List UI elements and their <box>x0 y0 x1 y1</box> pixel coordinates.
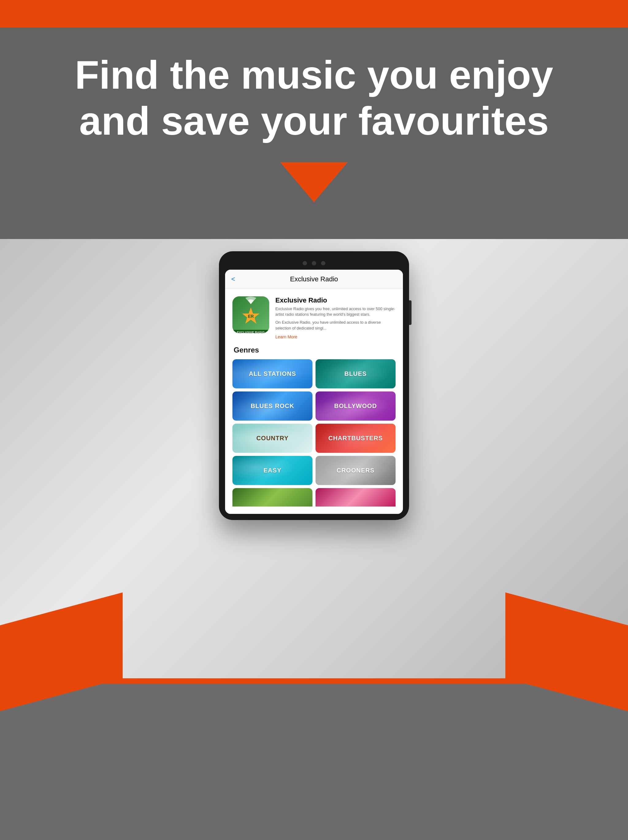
tablet-side-button <box>409 300 411 325</box>
app-info: Exclusive Radio Exclusive Radio gives yo… <box>275 296 395 339</box>
orange-accent-left <box>0 592 123 719</box>
tablet-camera-bar <box>225 257 403 270</box>
genre-more-row <box>233 488 395 507</box>
genre-tile-country[interactable]: COUNTRY <box>233 424 312 453</box>
app-logo: ER EXCLUSIVE RADIO <box>233 296 269 333</box>
chevron-down-icon <box>280 162 348 202</box>
tablet-section: < Exclusive Radio <box>0 239 628 684</box>
orange-accent-right <box>505 592 628 719</box>
tablet-screen: < Exclusive Radio <box>225 270 403 514</box>
genre-tile-crooners[interactable]: CROONERS <box>316 456 395 485</box>
genre-tile-chartbusters[interactable]: CHARTBUSTERS <box>316 424 395 453</box>
genre-tile-blues[interactable]: BLUES <box>316 359 395 388</box>
nav-title: Exclusive Radio <box>290 275 338 283</box>
genre-tile-all-stations[interactable]: ALL STATIONS <box>233 359 312 388</box>
genre-tile-blues-rock[interactable]: BLUES ROCK <box>233 392 312 421</box>
genre-label-blues-rock: BLUES ROCK <box>250 403 294 410</box>
genres-section: Genres ALL STATIONS BLUES BLUES ROCK <box>233 346 395 507</box>
genre-label-bollywood: BOLLYWOOD <box>334 403 377 410</box>
genres-title: Genres <box>233 346 395 354</box>
camera-dot-2 <box>312 261 316 265</box>
camera-dot-3 <box>321 261 325 265</box>
genre-label-easy: EASY <box>263 467 281 474</box>
app-nav-bar: < Exclusive Radio <box>225 270 403 289</box>
learn-more-link[interactable]: Learn More <box>275 335 297 339</box>
genre-tile-bollywood[interactable]: BOLLYWOOD <box>316 392 395 421</box>
app-description: Exclusive Radio gives you free, unlimite… <box>275 306 395 317</box>
genre-label-chartbusters: CHARTBUSTERS <box>328 435 383 442</box>
logo-bottom-text: EXCLUSIVE RADIO <box>233 330 269 333</box>
genres-grid: ALL STATIONS BLUES BLUES ROCK BOLLYWOOD <box>233 359 395 485</box>
app-name: Exclusive Radio <box>275 296 395 304</box>
genre-label-all-stations: ALL STATIONS <box>249 370 296 377</box>
header-section: Find the music you enjoy and save your f… <box>0 28 628 239</box>
svg-text:ER: ER <box>248 314 253 319</box>
camera-dot-1 <box>303 261 307 265</box>
back-button[interactable]: < <box>231 275 235 283</box>
logo-inner: ER EXCLUSIVE RADIO <box>233 296 269 333</box>
genre-tile-hip-hop[interactable] <box>233 488 312 507</box>
top-orange-bar <box>0 0 628 28</box>
genre-tile-easy[interactable]: EASY <box>233 456 312 485</box>
app-content: ER EXCLUSIVE RADIO Exclusive Radio Exclu… <box>225 289 403 514</box>
app-description-2: On Exclusive Radio, you have unlimited a… <box>275 320 395 331</box>
genre-label-crooners: CROONERS <box>337 467 375 474</box>
chevron-container <box>61 162 567 202</box>
headline: Find the music you enjoy and save your f… <box>61 52 567 144</box>
app-header-row: ER EXCLUSIVE RADIO Exclusive Radio Exclu… <box>233 296 395 339</box>
genre-tile-pop[interactable] <box>316 488 395 507</box>
svg-marker-0 <box>280 162 348 202</box>
genre-label-country: COUNTRY <box>257 435 288 442</box>
genre-label-blues: BLUES <box>345 370 367 377</box>
tablet-device: < Exclusive Radio <box>219 251 409 520</box>
